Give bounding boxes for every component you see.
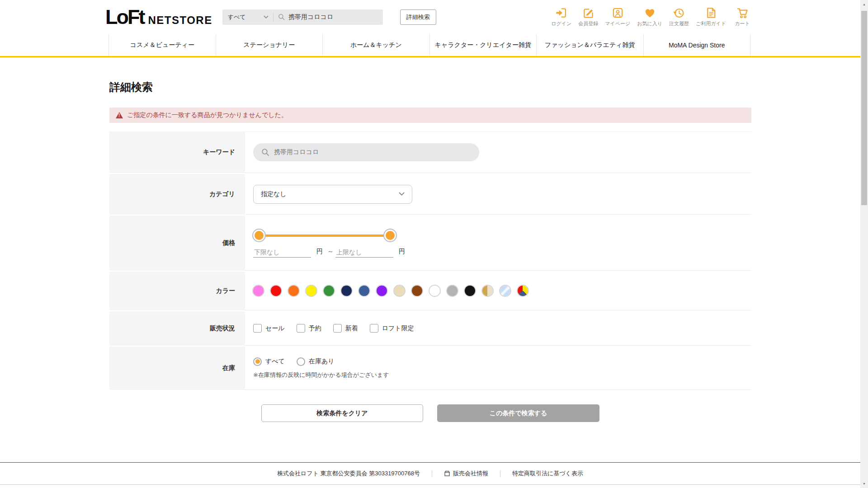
- form-row-sales-status: 販売状況 セール 予約: [109, 311, 751, 346]
- category-selected-value: 指定なし: [261, 190, 287, 198]
- header-link-favorites[interactable]: お気に入り: [637, 7, 662, 27]
- nav-item[interactable]: ホーム＆キッチン: [322, 34, 429, 56]
- icon-label: 注文履歴: [669, 20, 689, 27]
- header-link-login[interactable]: ログイン: [551, 7, 571, 27]
- stock-note: ※在庫情報の反映に時間がかかる場合がございます: [253, 371, 751, 379]
- stock-options: すべて 在庫あり: [253, 357, 751, 366]
- color-swatch[interactable]: [482, 286, 493, 296]
- sales-status-options: セール 予約 新着: [253, 324, 751, 333]
- sales-status-option[interactable]: ロフト限定: [370, 324, 414, 333]
- slider-handle-max[interactable]: [384, 230, 396, 241]
- keyword-input[interactable]: [274, 149, 471, 156]
- color-swatch[interactable]: [341, 286, 352, 296]
- color-swatch[interactable]: [271, 286, 281, 296]
- scrollbar-thumb[interactable]: [861, 11, 867, 205]
- category-select[interactable]: 指定なし: [253, 185, 412, 204]
- slider-handle-min[interactable]: [253, 230, 265, 241]
- color-swatch[interactable]: [447, 286, 458, 296]
- checkbox[interactable]: [297, 324, 305, 333]
- color-swatch[interactable]: [253, 286, 264, 296]
- nav-item[interactable]: ファッション＆バラエティ雑貨: [536, 34, 643, 56]
- search-input-wrap: [274, 13, 383, 21]
- loft-logo[interactable]: LoFt NETSTORE: [105, 7, 212, 27]
- slider-track[interactable]: [258, 235, 392, 237]
- color-swatch[interactable]: [377, 286, 387, 296]
- radio-selected[interactable]: [253, 357, 262, 366]
- color-swatch[interactable]: [288, 286, 299, 296]
- checkbox[interactable]: [370, 324, 378, 333]
- color-swatch[interactable]: [429, 286, 440, 296]
- sales-status-option[interactable]: 新着: [333, 324, 358, 333]
- advanced-search-button[interactable]: 詳細検索: [400, 9, 436, 25]
- keyword-content: [245, 131, 751, 173]
- search-category-select[interactable]: すべて: [222, 9, 273, 25]
- checkbox[interactable]: [333, 324, 342, 333]
- nav-item[interactable]: MoMA Design Store: [643, 34, 751, 56]
- nav-item[interactable]: キャラクター・クリエイター雑貨: [429, 34, 537, 56]
- color-swatch[interactable]: [306, 286, 316, 296]
- mypage-user-icon: [612, 7, 624, 19]
- color-swatch[interactable]: [394, 286, 405, 296]
- price-max-input[interactable]: [335, 247, 393, 258]
- search-icon: [278, 13, 285, 21]
- price-inputs: 円 ～ 円: [253, 247, 751, 258]
- header-link-cart[interactable]: カート: [733, 7, 752, 27]
- scrollbar-up-arrow[interactable]: ▲: [860, 0, 868, 8]
- price-min-input[interactable]: [253, 247, 311, 258]
- radio-unselected[interactable]: [297, 357, 305, 366]
- stock-option-all[interactable]: すべて: [253, 357, 285, 366]
- category-label: カテゴリ: [109, 174, 245, 215]
- error-message: ご指定の条件に一致する商品が見つかりませんでした。: [127, 111, 288, 119]
- checkbox-label: 予約: [309, 324, 321, 333]
- header-link-register[interactable]: 会員登録: [578, 7, 598, 27]
- footer-company-text: 株式会社ロフト 東京都公安委員会 第303319700768号: [277, 469, 420, 478]
- footer-link-seller-info[interactable]: 販売会社情報: [444, 469, 488, 478]
- sales-status-content: セール 予約 新着: [245, 311, 751, 346]
- history-clock-icon: [673, 7, 685, 19]
- checkbox[interactable]: [253, 324, 262, 333]
- header-icon-links: ログイン 会員登録 マイページ お気に入り 注文履歴 ご利用ガイド: [551, 7, 752, 27]
- nav-item[interactable]: コスメ＆ビューティー: [108, 34, 216, 56]
- color-swatch[interactable]: [465, 286, 475, 296]
- price-content: 円 ～ 円: [245, 216, 751, 271]
- error-banner: ご指定の条件に一致する商品が見つかりませんでした。: [109, 108, 751, 123]
- sales-status-option[interactable]: セール: [253, 324, 285, 333]
- color-swatch[interactable]: [324, 286, 334, 296]
- color-swatch[interactable]: [518, 286, 528, 296]
- color-swatch[interactable]: [500, 286, 510, 296]
- color-swatch[interactable]: [412, 286, 422, 296]
- price-min-unit: 円: [316, 248, 323, 256]
- form-actions: 検索条件をクリア この条件で検索する: [109, 404, 751, 422]
- header-link-guide[interactable]: ご利用ガイド: [696, 7, 726, 27]
- footer-link-legal[interactable]: 特定商取引法に基づく表示: [512, 469, 583, 478]
- price-label: 価格: [109, 216, 245, 271]
- stock-option-in-stock[interactable]: 在庫あり: [297, 357, 335, 366]
- main-content: 詳細検索 ご指定の条件に一致する商品が見つかりませんでした。 キーワード カテゴ…: [109, 80, 751, 422]
- cart-icon: [736, 7, 749, 19]
- footer: 株式会社ロフト 東京都公安委員会 第303319700768号 販売会社情報 特…: [0, 462, 860, 485]
- footer-link-label: 販売会社情報: [453, 469, 488, 478]
- scrollbar-down-arrow[interactable]: ▼: [860, 480, 868, 488]
- header-search-bar: すべて: [222, 9, 383, 25]
- form-row-stock: 在庫 すべて 在庫あり ※在庫情報の反映に時間がかかる場合がございます: [109, 347, 751, 390]
- header-link-order-history[interactable]: 注文履歴: [669, 7, 689, 27]
- radio-label: すべて: [265, 357, 285, 366]
- sales-status-label: 販売状況: [109, 311, 245, 346]
- search-category-value: すべて: [228, 13, 246, 21]
- scrollbar[interactable]: ▲ ▼: [860, 0, 868, 488]
- color-swatch[interactable]: [359, 286, 369, 296]
- nav-item[interactable]: ステーショナリー: [216, 34, 323, 56]
- header-search-input[interactable]: [288, 14, 378, 21]
- clear-conditions-button[interactable]: 検索条件をクリア: [261, 404, 423, 422]
- search-form: キーワード カテゴリ 指定なし: [109, 131, 751, 390]
- nav-items: コスメ＆ビューティー ステーショナリー ホーム＆キッチン キャラクター・クリエイ…: [108, 34, 750, 56]
- form-row-color: カラー: [109, 272, 751, 310]
- search-submit-button[interactable]: この条件で検索する: [437, 404, 599, 422]
- footer-separator: [432, 470, 432, 477]
- category-content: 指定なし: [245, 174, 751, 215]
- search-icon: [261, 148, 269, 156]
- header-link-mypage[interactable]: マイページ: [605, 7, 630, 27]
- checkbox-label: セール: [265, 324, 285, 333]
- form-row-price: 価格 円 ～ 円: [109, 216, 751, 271]
- sales-status-option[interactable]: 予約: [297, 324, 321, 333]
